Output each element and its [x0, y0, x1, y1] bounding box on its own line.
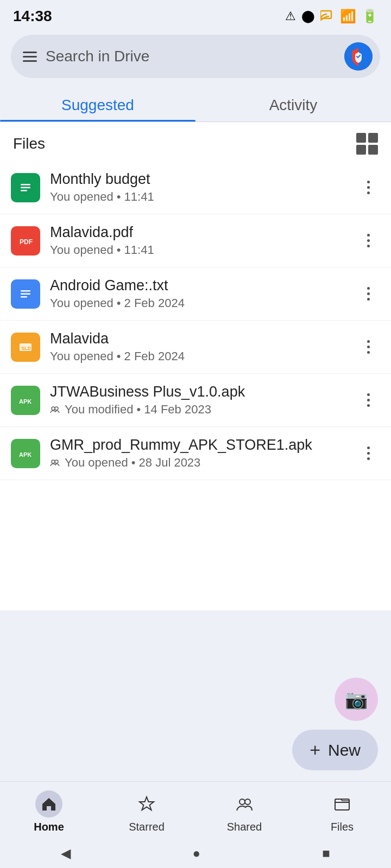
- file-info: GMR_prod_Rummy_APK_STORE1.apk You opened…: [50, 437, 346, 470]
- back-button[interactable]: ◀: [61, 846, 71, 861]
- shared-nav-label: Shared: [227, 821, 262, 833]
- file-icon: [11, 279, 40, 309]
- more-options-button[interactable]: [356, 335, 380, 359]
- file-info: Malavida You opened • 2 Feb 2024: [50, 330, 346, 363]
- svg-rect-12: [21, 296, 27, 298]
- back-icon: ◀: [61, 846, 71, 861]
- starred-nav-label: Starred: [129, 821, 165, 833]
- file-icon: APK: [11, 439, 40, 468]
- new-fab[interactable]: + New: [292, 730, 378, 770]
- notification-icon: ⚠: [285, 9, 296, 23]
- more-options-button[interactable]: [356, 176, 380, 200]
- recents-icon: ■: [322, 846, 330, 861]
- svg-rect-5: [21, 187, 30, 188]
- files-header: Files: [0, 122, 391, 161]
- file-info: Malavida.pdf You opened • 11:41: [50, 224, 346, 257]
- list-item[interactable]: PDF Malavida.pdf You opened • 11:41: [0, 214, 391, 267]
- more-dots-icon: [367, 393, 370, 407]
- svg-rect-6: [21, 190, 27, 192]
- more-options-button[interactable]: [356, 442, 380, 465]
- file-meta: You opened • 11:41: [50, 243, 346, 257]
- list-item[interactable]: Monthly budget You opened • 11:41: [0, 161, 391, 214]
- recents-button[interactable]: ■: [322, 846, 330, 861]
- list-item[interactable]: SLD Malavida You opened • 2 Feb 2024: [0, 321, 391, 374]
- svg-point-22: [52, 460, 55, 463]
- nav-files[interactable]: Files: [293, 790, 391, 833]
- svg-point-19: [55, 407, 58, 410]
- home-nav-icon: [35, 790, 62, 818]
- search-bar[interactable]: Search in Drive: [11, 35, 380, 78]
- nav-home[interactable]: Home: [0, 790, 98, 833]
- files-nav-label: Files: [331, 821, 354, 833]
- more-options-button[interactable]: [356, 229, 380, 253]
- tab-suggested[interactable]: Suggested: [0, 87, 195, 122]
- file-icon: PDF: [11, 226, 40, 256]
- camera-fab[interactable]: 📷: [335, 678, 378, 721]
- more-dots-icon: [367, 234, 370, 247]
- nav-starred[interactable]: Starred: [98, 790, 195, 833]
- svg-rect-11: [21, 293, 30, 295]
- shared-nav-icon: [231, 790, 258, 818]
- system-nav: ◀ ● ■: [0, 839, 391, 868]
- status-bar: 14:38 ⚠ ⬤ 📶 🔋: [0, 0, 391, 29]
- more-dots-icon: [367, 181, 370, 194]
- file-meta: You opened • 2 Feb 2024: [50, 296, 346, 310]
- tab-activity[interactable]: Activity: [195, 87, 391, 122]
- home-button[interactable]: ●: [192, 846, 200, 861]
- more-options-button[interactable]: [356, 282, 380, 306]
- more-dots-icon: [367, 446, 370, 460]
- svg-point-18: [52, 407, 55, 410]
- file-name: Monthly budget: [50, 171, 346, 188]
- file-name: GMR_prod_Rummy_APK_STORE1.apk: [50, 437, 346, 454]
- files-section-title: Files: [13, 135, 45, 152]
- svg-text:APK: APK: [19, 398, 31, 405]
- file-meta: You opened • 28 Jul 2023: [50, 456, 346, 470]
- file-meta: You modified • 14 Feb 2023: [50, 403, 346, 417]
- svg-marker-24: [140, 797, 154, 810]
- file-meta: You opened • 11:41: [50, 190, 346, 204]
- svg-rect-4: [21, 184, 30, 186]
- more-dots-icon: [367, 287, 370, 301]
- file-icon: APK: [11, 386, 40, 415]
- file-info: Monthly budget You opened • 11:41: [50, 171, 346, 204]
- more-options-button[interactable]: [356, 388, 380, 412]
- svg-point-23: [55, 460, 58, 463]
- svg-text:SLD: SLD: [21, 346, 31, 351]
- file-icon: [11, 173, 40, 202]
- file-meta: You opened • 2 Feb 2024: [50, 349, 346, 363]
- main-content: Files Monthly budget You opened • 11:41 …: [0, 122, 391, 610]
- home-nav-label: Home: [34, 821, 64, 833]
- nav-shared[interactable]: Shared: [195, 790, 293, 833]
- plus-icon: +: [310, 739, 320, 761]
- search-placeholder: Search in Drive: [46, 48, 336, 65]
- starred-nav-icon: [133, 790, 160, 818]
- list-item[interactable]: Android Game:.txt You opened • 2 Feb 202…: [0, 267, 391, 321]
- file-info: Android Game:.txt You opened • 2 Feb 202…: [50, 277, 346, 310]
- file-name: JTWABusiness Plus_v1.0.apk: [50, 384, 346, 400]
- menu-button[interactable]: [23, 52, 37, 62]
- status-time: 14:38: [13, 8, 52, 25]
- grid-view-button[interactable]: [356, 133, 378, 155]
- files-nav-icon: [329, 790, 356, 818]
- list-item[interactable]: APK JTWABusiness Plus_v1.0.apk You modif…: [0, 374, 391, 427]
- home-system-icon: ●: [192, 846, 200, 861]
- user-avatar[interactable]: [344, 42, 373, 71]
- file-name: Android Game:.txt: [50, 277, 346, 294]
- wifi-icon: 📶: [340, 9, 356, 24]
- svg-text:PDF: PDF: [20, 238, 33, 246]
- camera-icon: 📷: [345, 688, 368, 710]
- file-name: Malavida: [50, 330, 346, 347]
- tabs: Suggested Activity: [0, 87, 391, 122]
- battery-icon: 🔋: [362, 9, 378, 24]
- bottom-nav: Home Starred Shared Files: [0, 781, 391, 839]
- new-label: New: [328, 741, 361, 760]
- svg-point-26: [245, 799, 250, 805]
- status-icons: ⚠ ⬤ 📶 🔋: [285, 9, 378, 24]
- svg-point-25: [239, 799, 245, 805]
- file-name: Malavida.pdf: [50, 224, 346, 241]
- svg-rect-10: [21, 290, 30, 292]
- list-item[interactable]: APK GMR_prod_Rummy_APK_STORE1.apk You op…: [0, 427, 391, 480]
- svg-text:APK: APK: [19, 451, 31, 458]
- cast-icon: [320, 9, 335, 24]
- file-list: Monthly budget You opened • 11:41 PDF Ma…: [0, 161, 391, 480]
